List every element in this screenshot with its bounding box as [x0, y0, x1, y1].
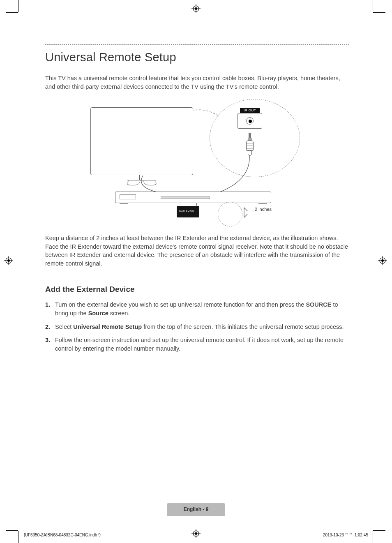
- crop-mark: [373, 531, 373, 543]
- ir-extender-icon: SAMSUNG: [177, 206, 199, 217]
- distance-label: 2 inches: [255, 207, 272, 212]
- page-title: Universal Remote Setup: [45, 51, 349, 64]
- registration-mark-icon: [191, 529, 201, 538]
- step-1: 1. Turn on the external device you wish …: [45, 300, 349, 317]
- ir-extender-brand: SAMSUNG: [179, 210, 194, 212]
- section-heading: Add the External Device: [45, 285, 349, 294]
- keyword-universal-remote-setup: Universal Remote Setup: [73, 323, 142, 330]
- registration-mark-icon: [4, 256, 13, 265]
- page-content: Universal Remote Setup This TV has a uni…: [45, 44, 349, 358]
- intro-paragraph: This TV has a universal remote control f…: [45, 74, 349, 91]
- page-number-tab: English - 9: [167, 503, 225, 516]
- setup-illustration: IR OUT SAMSUNG: [90, 99, 304, 226]
- step-text: Follow the on-screen instruction and set…: [55, 337, 344, 352]
- section-divider: [45, 44, 349, 45]
- crop-mark: [373, 530, 385, 531]
- crop-mark: [6, 12, 18, 13]
- steps-list: 1. Turn on the external device you wish …: [45, 300, 349, 353]
- ir-out-port-icon: IR OUT: [238, 108, 262, 129]
- step-3: 3. Follow the on-screen instruction and …: [45, 336, 349, 353]
- step-number: 3.: [45, 336, 50, 344]
- page-number-label: English - 9: [184, 506, 209, 512]
- crop-mark: [6, 530, 18, 531]
- imprint-left: [UF6350-ZA]BN68-04832C-04ENG.indb 9: [24, 533, 101, 537]
- distance-bracket: 2 inches: [243, 207, 263, 218]
- crop-mark: [18, 531, 18, 543]
- step-2: 2. Select Universal Remote Setup from th…: [45, 323, 349, 331]
- registration-mark-icon: [191, 4, 201, 13]
- ir-out-label: IR OUT: [240, 108, 260, 113]
- step-number: 1.: [45, 300, 50, 309]
- step-text: Select Universal Remote Setup from the t…: [55, 323, 344, 330]
- tv-icon: [90, 107, 193, 175]
- illustration-caption: Keep a distance of 2 inches at least bet…: [45, 234, 349, 268]
- crop-mark: [373, 0, 373, 12]
- keyword-source-screen: Source: [88, 310, 108, 317]
- hdmi-cable-line: [140, 176, 164, 194]
- crop-mark: [373, 12, 385, 13]
- bluray-player-icon: [115, 192, 271, 203]
- keyword-source-button: SOURCE: [306, 301, 331, 308]
- manual-page: Universal Remote Setup This TV has a uni…: [0, 0, 392, 543]
- crop-mark: [18, 0, 18, 12]
- step-number: 2.: [45, 323, 50, 331]
- ir-signal-circle-icon: [218, 202, 242, 226]
- imprint-right: 2013-10-23 ᄄᄄ 1:02:45: [323, 533, 368, 537]
- step-text: Turn on the external device you wish to …: [55, 301, 338, 317]
- registration-mark-icon: [378, 256, 387, 265]
